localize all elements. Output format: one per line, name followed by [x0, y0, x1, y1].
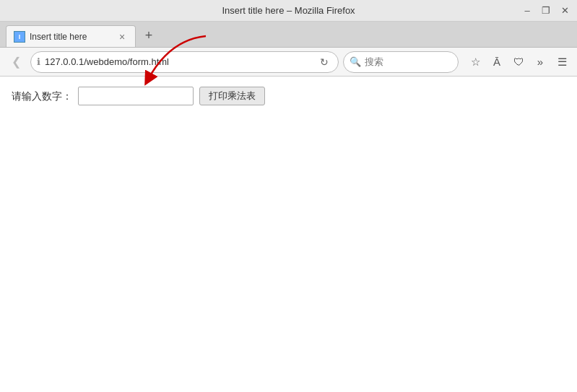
reader-icon[interactable]: Ā — [487, 53, 506, 71]
new-tab-button[interactable]: + — [139, 25, 159, 45]
search-icon: 🔍 — [350, 56, 361, 67]
minimize-button[interactable]: – — [521, 4, 534, 17]
browser-tab[interactable]: I Insert title here × — [6, 25, 136, 47]
url-input[interactable] — [45, 56, 312, 67]
tab-favicon: I — [14, 31, 25, 43]
tabbar: I Insert title here × + — [0, 22, 577, 48]
number-input[interactable] — [78, 87, 194, 105]
page-content: 请输入数字： 打印乘法表 — [0, 77, 577, 116]
back-icon: ❮ — [12, 55, 21, 69]
tab-close-button[interactable]: × — [116, 31, 128, 43]
browser-window: Insert title here – Mozilla Firefox – ❐ … — [0, 0, 577, 392]
back-button[interactable]: ❮ — [6, 52, 26, 72]
nav-icons-group: ☆ Ā 🛡 » ☰ — [466, 53, 571, 71]
search-bar[interactable]: 🔍 — [343, 51, 459, 73]
refresh-button[interactable]: ↻ — [316, 54, 332, 70]
bookmark-icon[interactable]: ☆ — [466, 53, 485, 71]
titlebar: Insert title here – Mozilla Firefox – ❐ … — [0, 0, 577, 22]
search-input[interactable] — [365, 56, 452, 67]
window-controls: – ❐ ✕ — [521, 4, 571, 17]
menu-button[interactable]: ☰ — [552, 53, 571, 71]
navbar: ❮ ℹ ↻ 🔍 ☆ Ā 🛡 » ☰ — [0, 48, 577, 77]
browser-main: 请输入数字： 打印乘法表 — [0, 77, 577, 392]
info-icon: ℹ — [37, 56, 40, 67]
address-bar[interactable]: ℹ ↻ — [30, 51, 339, 73]
restore-button[interactable]: ❐ — [539, 4, 552, 17]
shield-icon[interactable]: 🛡 — [509, 53, 528, 71]
close-button[interactable]: ✕ — [558, 4, 571, 17]
window-title: Insert title here – Mozilla Firefox — [222, 5, 355, 16]
print-button[interactable]: 打印乘法表 — [199, 87, 265, 105]
page-label: 请输入数字： — [12, 87, 72, 105]
tab-label: Insert title here — [30, 32, 112, 42]
overflow-button[interactable]: » — [531, 53, 550, 71]
